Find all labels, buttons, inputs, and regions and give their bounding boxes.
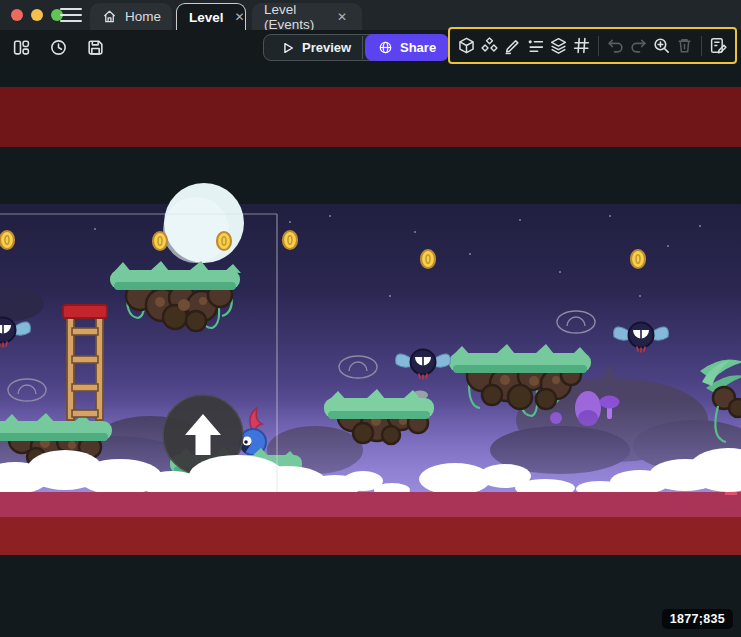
star — [389, 295, 391, 297]
redo-icon[interactable] — [628, 35, 649, 57]
history-icon[interactable] — [47, 36, 69, 58]
star — [639, 295, 641, 297]
star — [329, 215, 331, 217]
save-icon[interactable] — [84, 36, 106, 58]
star — [667, 245, 669, 247]
coin[interactable] — [0, 231, 14, 249]
star — [609, 215, 611, 217]
toolbar-divider — [598, 36, 599, 56]
star — [469, 253, 471, 255]
tab-level-events-label: Level (Events) — [264, 2, 326, 32]
play-icon — [281, 41, 295, 55]
menu-icon[interactable] — [60, 8, 82, 22]
star — [699, 225, 701, 227]
grid-icon[interactable] — [571, 35, 592, 57]
scene-properties-icon[interactable] — [708, 35, 729, 57]
app-window: Home Level ✕ Level (Events) ✕ — [0, 0, 741, 637]
globe-icon — [378, 40, 393, 55]
scene-canvas[interactable]: 1877;835 — [0, 64, 741, 637]
star — [289, 221, 291, 223]
star — [94, 228, 96, 230]
instances-list-icon[interactable] — [525, 35, 546, 57]
toolbar-divider — [701, 36, 702, 56]
edit-pencil-icon[interactable] — [502, 35, 523, 57]
preview-button-label: Preview — [302, 40, 351, 55]
window-controls — [11, 9, 63, 21]
minimize-window-button[interactable] — [31, 9, 43, 21]
project-manager-icon[interactable] — [10, 36, 32, 58]
zoom-in-icon[interactable] — [651, 35, 672, 57]
lava-ceiling-object[interactable] — [0, 87, 741, 147]
tab-level-close-icon[interactable]: ✕ — [232, 8, 248, 26]
objects-panel-icon[interactable] — [456, 35, 477, 57]
layers-panel-icon[interactable] — [548, 35, 569, 57]
home-icon — [102, 9, 117, 24]
coin[interactable] — [421, 250, 435, 268]
star — [559, 271, 561, 273]
share-button-label: Share — [400, 40, 436, 55]
scene-editor-toolbar-highlight — [448, 27, 737, 64]
star — [414, 231, 416, 233]
share-button[interactable]: Share — [365, 34, 449, 61]
tab-home-label: Home — [125, 9, 161, 24]
lava-floor-deep[interactable] — [0, 517, 741, 555]
tab-level-events-close-icon[interactable]: ✕ — [334, 8, 350, 26]
tab-level-label: Level — [189, 10, 224, 25]
tab-level[interactable]: Level ✕ — [176, 3, 246, 30]
lava-floor-object[interactable] — [0, 492, 741, 517]
coin[interactable] — [217, 232, 231, 250]
tab-home[interactable]: Home — [90, 3, 172, 30]
title-bar: Home Level ✕ Level (Events) ✕ — [0, 0, 741, 30]
object-groups-icon[interactable] — [479, 35, 500, 57]
tab-level-events[interactable]: Level (Events) ✕ — [252, 3, 362, 30]
delete-icon[interactable] — [674, 35, 695, 57]
coin[interactable] — [153, 232, 167, 250]
close-window-button[interactable] — [11, 9, 23, 21]
coin[interactable] — [631, 250, 645, 268]
coin[interactable] — [283, 231, 297, 249]
star — [519, 219, 521, 221]
cursor-coordinates-badge: 1877;835 — [662, 609, 733, 629]
undo-icon[interactable] — [605, 35, 626, 57]
lava-floor-detail — [725, 492, 737, 495]
